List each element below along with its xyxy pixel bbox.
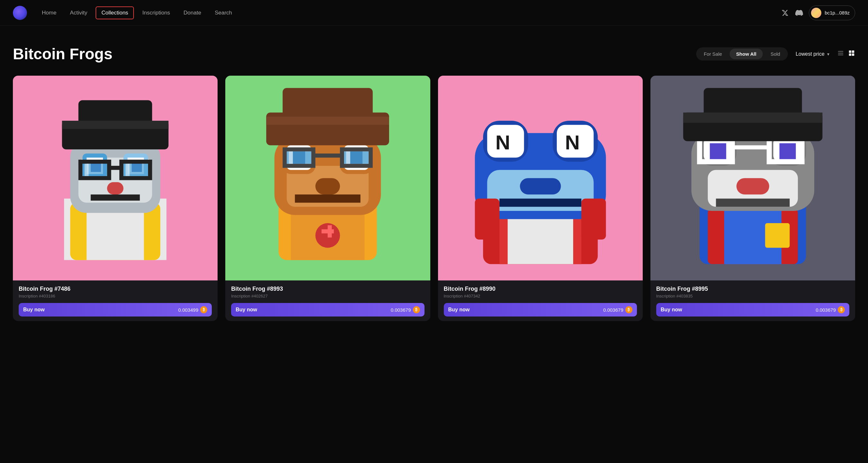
svg-rect-55 [328,225,332,237]
twitter-icon[interactable] [780,8,789,18]
nav-link-collections[interactable]: Collections [96,6,134,19]
grid-view-icon[interactable] [848,50,855,59]
svg-text:N: N [565,131,580,153]
buy-label-1: Buy now [236,307,257,313]
price-value-0: 0.003499 [178,307,198,313]
svg-rect-27 [91,195,140,201]
btc-icon-0: ₿ [200,306,207,313]
nft-card-3[interactable]: Bitcoin Frog #8995 Inscription #403835 B… [650,76,855,321]
svg-rect-24 [85,164,89,176]
svg-rect-6 [852,53,854,55]
svg-rect-49 [295,195,361,203]
nav-link-activity[interactable]: Activity [65,7,92,19]
nft-card-0[interactable]: Bitcoin Frog #7486 Inscription #403186 B… [13,76,218,321]
discord-icon[interactable] [795,8,804,18]
collection-header: Bitcoin Frogs For Sale Show All Sold Low… [13,45,855,63]
svg-rect-69 [475,199,499,239]
nav-logo[interactable] [13,6,27,20]
buy-label-3: Buy now [661,307,682,313]
svg-rect-30 [62,121,168,129]
filter-for-sale[interactable]: For Sale [698,49,728,59]
filter-sold[interactable]: Sold [764,49,786,59]
nft-image-3 [650,76,855,281]
view-icons [837,50,855,59]
list-view-icon[interactable] [837,50,844,59]
nft-inscription-2: Inscription #407342 [444,294,637,298]
buy-button-1[interactable]: Buy now 0.003679 ₿ [231,303,424,317]
svg-rect-87 [736,178,769,195]
svg-rect-67 [520,178,561,195]
price-value-2: 0.003679 [603,307,623,313]
svg-rect-47 [346,151,350,164]
wallet-address: bc1p...089z [825,10,850,16]
nav-link-donate[interactable]: Donate [178,7,206,19]
price-value-3: 0.003679 [815,307,836,313]
navbar: Home Activity Collections Inscriptions D… [0,0,868,26]
svg-rect-86 [732,145,769,149]
nft-name-1: Bitcoin Frog #8993 [231,286,424,292]
svg-rect-4 [852,50,854,53]
filter-show-all[interactable]: Show All [730,49,763,59]
nft-grid: Bitcoin Frog #7486 Inscription #403186 B… [13,76,855,321]
price-value-1: 0.003679 [391,307,411,313]
nav-link-search[interactable]: Search [210,7,237,19]
main-content: Bitcoin Frogs For Sale Show All Sold Low… [0,26,868,334]
buy-label-2: Buy now [448,307,470,313]
btc-icon-3: ₿ [838,306,845,313]
buy-button-3[interactable]: Buy now 0.003679 ₿ [656,303,849,317]
svg-rect-75 [765,223,789,248]
nav-right: bc1p...089z [780,5,855,20]
nft-info-2: Bitcoin Frog #8990 Inscription #407342 B… [438,281,643,321]
wallet-avatar [811,8,822,18]
svg-rect-83 [779,143,796,160]
svg-rect-5 [849,53,851,55]
svg-rect-26 [107,182,124,195]
nft-card-2[interactable]: N N Bitcoin Frog #8990 Inscription #4073… [438,76,643,321]
svg-rect-70 [581,199,606,239]
nft-image-2: N N [438,76,643,281]
nft-name-3: Bitcoin Frog #8995 [656,286,849,292]
svg-rect-52 [267,117,390,125]
buy-price-3: 0.003679 ₿ [815,306,845,313]
sort-arrow-icon: ▾ [827,52,829,57]
svg-rect-25 [126,164,130,176]
buy-button-0[interactable]: Buy now 0.003499 ₿ [19,303,212,317]
nft-info-0: Bitcoin Frog #7486 Inscription #403186 B… [13,281,218,321]
collection-title: Bitcoin Frogs [13,45,112,63]
svg-rect-91 [683,113,823,123]
nft-image-1 [225,76,430,281]
wallet-button[interactable]: bc1p...089z [809,5,855,20]
svg-rect-3 [849,50,851,53]
btc-icon-2: ₿ [625,306,632,313]
svg-rect-2 [838,54,843,55]
nft-info-3: Bitcoin Frog #8995 Inscription #403835 B… [650,281,855,321]
btc-icon-1: ₿ [413,306,420,313]
nav-link-home[interactable]: Home [37,7,61,19]
nav-link-inscriptions[interactable]: Inscriptions [137,7,175,19]
nft-inscription-3: Inscription #403835 [656,294,849,298]
sort-dropdown[interactable]: Lowest price ▾ [796,51,829,57]
svg-rect-51 [283,88,373,121]
svg-rect-68 [499,199,581,207]
nav-links: Home Activity Collections Inscriptions D… [37,6,780,19]
buy-button-2[interactable]: Buy now 0.003679 ₿ [444,303,637,317]
svg-rect-21 [109,166,121,170]
buy-label-0: Buy now [23,307,45,313]
svg-rect-82 [710,143,726,160]
svg-rect-43 [313,153,342,158]
buy-price-1: 0.003679 ₿ [391,306,420,313]
nft-card-1[interactable]: Bitcoin Frog #8993 Inscription #402627 B… [225,76,430,321]
svg-rect-46 [289,151,293,164]
nft-image-0 [13,76,218,281]
svg-rect-1 [838,53,843,53]
svg-rect-0 [838,51,843,52]
svg-rect-88 [716,199,789,207]
buy-price-0: 0.003499 ₿ [178,306,208,313]
svg-text:N: N [495,131,510,153]
sort-label: Lowest price [796,51,825,57]
filter-tabs: For Sale Show All Sold [696,47,788,61]
nft-name-0: Bitcoin Frog #7486 [19,286,212,292]
nft-name-2: Bitcoin Frog #8990 [444,286,637,292]
nft-inscription-1: Inscription #402627 [231,294,424,298]
svg-rect-48 [315,178,340,195]
